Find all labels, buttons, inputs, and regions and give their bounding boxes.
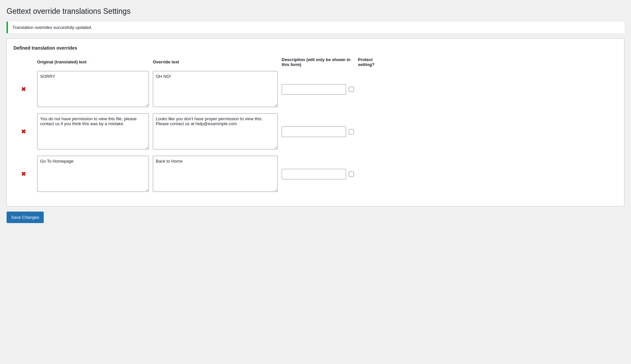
save-changes-button[interactable]: Save Changes (7, 212, 44, 223)
translation-row: ✖ You do not have permission to view thi… (13, 113, 618, 150)
translation-row: ✖ Go To Homepage Back to Home (13, 156, 618, 193)
override-cell-3: Go To Homepage (37, 156, 149, 193)
page-title: Gettext override translations Settings (7, 7, 624, 16)
delete-cell-2: ✖ (13, 127, 33, 136)
description-textarea-2[interactable]: Looks like you don't have proper permiss… (153, 113, 278, 149)
override-textarea-3[interactable]: Go To Homepage (37, 156, 149, 192)
protect-input-3[interactable] (282, 169, 346, 179)
description-cell-3: Back to Home (153, 156, 278, 193)
delete-icon-1: ✖ (21, 86, 26, 92)
override-textarea-2[interactable]: You do not have permission to view this … (37, 113, 149, 149)
description-textarea-1[interactable]: OH NO! (153, 71, 278, 107)
protect-checkbox-3[interactable] (349, 171, 354, 177)
save-section: Save Changes (7, 212, 624, 223)
page-wrapper: Gettext override translations Settings T… (0, 0, 631, 364)
col-header-original: Original (translated) text (37, 59, 149, 64)
delete-cell-3: ✖ (13, 170, 33, 178)
delete-icon-3: ✖ (21, 171, 26, 177)
override-textarea-1[interactable]: SORRY (37, 71, 149, 107)
override-cell-2: You do not have permission to view this … (37, 113, 149, 150)
protect-input-2[interactable] (282, 126, 346, 137)
col-header-override: Override text (153, 59, 278, 64)
protect-checkbox-2[interactable] (349, 129, 354, 134)
delete-cell-1: ✖ (13, 85, 33, 94)
protect-checkbox-1[interactable] (349, 87, 354, 92)
delete-button-3[interactable]: ✖ (20, 170, 27, 178)
delete-icon-2: ✖ (21, 129, 26, 135)
protect-cell-3 (282, 169, 354, 179)
notice-message: Translation overrides succesfully update… (12, 25, 92, 30)
success-notice: Translation overrides succesfully update… (7, 22, 624, 33)
table-header: Original (translated) text Override text… (13, 57, 618, 67)
protect-cell-1 (282, 84, 354, 95)
description-cell-2: Looks like you don't have proper permiss… (153, 113, 278, 150)
delete-button-1[interactable]: ✖ (20, 85, 27, 94)
override-cell-1: SORRY (37, 71, 149, 108)
protect-input-1[interactable] (282, 84, 346, 95)
translations-card: Defined translation overrides Original (… (7, 38, 624, 206)
delete-button-2[interactable]: ✖ (20, 127, 27, 136)
card-title: Defined translation overrides (13, 45, 618, 51)
description-textarea-3[interactable]: Back to Home (153, 156, 278, 192)
translation-row: ✖ SORRY OH NO! (13, 71, 618, 108)
col-header-protect: Protect setting? (358, 57, 368, 67)
protect-cell-2 (282, 126, 354, 137)
col-header-description: Description (will only be shown in this … (282, 57, 354, 67)
description-cell-1: OH NO! (153, 71, 278, 108)
